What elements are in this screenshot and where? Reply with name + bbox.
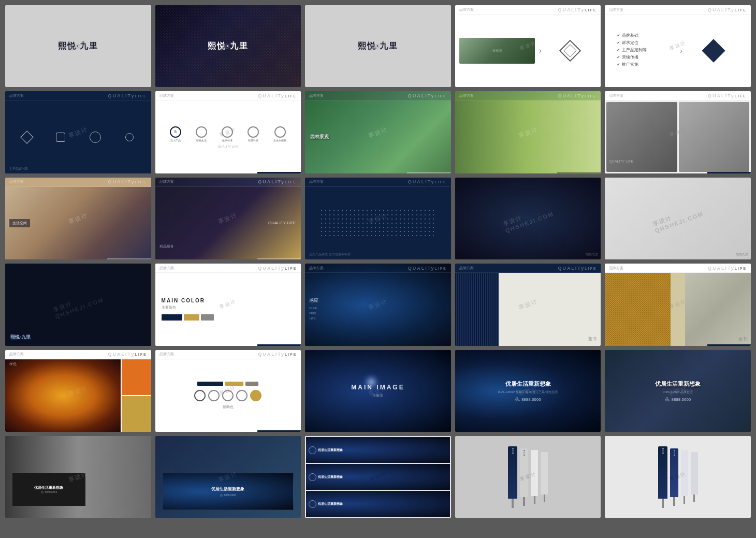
ql-header-21: QUALITyLIFE	[108, 352, 147, 357]
sign-text-30a: 8 6 6 6	[662, 448, 664, 454]
card-garden[interactable]: 品牌方案 QUALITyLIFE 园林景观 享设计	[305, 91, 451, 173]
card-multi-banner[interactable]: 优居生活重新想象 优居生活重新想象 优居生活重新想象 享设计	[305, 436, 451, 518]
card-billboard-color[interactable]: 优居生活重新想象 品. 8888.6666 享设计	[155, 436, 301, 518]
sign-text-29a: 8 6 6 6	[512, 448, 514, 454]
card-strategy-1[interactable]: 品牌方案 QUALITyLIFE 俯视图 › 享设计	[455, 5, 601, 87]
label-10: QUALITY LIFE	[609, 159, 633, 163]
ql-header-5: QUALITyLIFE	[708, 7, 747, 12]
card-header-11: 品牌方案 QUALITyLIFE	[5, 178, 151, 187]
card-headline-building[interactable]: 优居生活重新想象 0.95~135m² 品质社区 品. 8888.6666 享设…	[605, 350, 751, 432]
brand-small-7: 品牌方案	[159, 93, 174, 98]
icon-prod-3	[222, 126, 233, 138]
swatch-gray	[201, 314, 214, 321]
brand-small-20: 品牌方案	[609, 266, 623, 271]
card-header-13: 品牌方案 QUALITyLIFE	[305, 178, 451, 187]
banner-text-28b: 优居生活重新想象	[318, 475, 343, 479]
brand-small-8: 品牌方案	[309, 93, 324, 98]
bottom-bar-8	[407, 172, 450, 173]
bottom-bar-10	[707, 172, 751, 173]
ql-header-11: QUALITyLIFE	[108, 179, 147, 184]
ql-header-20: QUALITyLIFE	[708, 266, 747, 271]
brand-corner-15: 熙悦九里	[736, 252, 748, 257]
card-logo-gray-2[interactable]: 享设计 熙悦·九里	[305, 5, 451, 87]
card-brochure-1[interactable]: 享设计QHSHEJI.COM 熙悦·九里	[5, 264, 151, 345]
logo-text-1: 熙悦·九里	[58, 41, 98, 52]
bottom-bar-17	[257, 344, 301, 346]
billboard-text-27: 优居生活重新想象	[211, 486, 244, 492]
icon-circle-2	[125, 133, 134, 141]
label-22: 辅助色	[223, 404, 234, 410]
card-header-10: 品牌方案 QUALITyLIFE	[605, 91, 751, 100]
card-main-color[interactable]: 品牌方案 QUALITyLIFE MAIN COLOR 主要颜色 享设计	[155, 264, 301, 345]
card-billboard-bw[interactable]: 优居生活重新想象 品. 8888.6666 享设计	[5, 436, 151, 518]
card-signage-color[interactable]: 8 6 6 6 8 6 6 6 享设计	[605, 436, 751, 518]
card-grid: 享设计 熙悦·九里 享设计 熙悦·九里 享设计 熙悦·九里 品牌方案 QUALI…	[5, 5, 751, 518]
sign-text-29b: 8 6 6 6	[523, 450, 525, 456]
card-dark-product-1[interactable]: 享设计QHSHEJI.COM 熙悦九里	[455, 178, 601, 259]
card-macro-blue[interactable]: 品牌方案 QUALITyLIFE 感应 BLUEFEELLIFE 享设计	[305, 264, 451, 345]
ql-header-7: QUALITyLIFE	[258, 93, 297, 98]
icon-prod-2	[196, 126, 207, 138]
brand-small-10: 品牌方案	[609, 93, 623, 98]
card-signage-bw[interactable]: 8 6 6 6 8 6 6 6 享设计	[455, 436, 601, 518]
card-logo-dark[interactable]: 享设计 熙悦·九里	[155, 5, 301, 87]
watermark-14: 享设计QHSHEJI.COM	[501, 203, 554, 234]
strategy-list: 品牌基础 诉求定位 主产品定制等 营销传播 推广实施	[609, 33, 674, 67]
icon-diamond-1	[21, 130, 34, 143]
card-header-7: 品牌方案 QUALITyLIFE	[155, 91, 301, 100]
bottom-bar-20	[707, 344, 751, 346]
card-main-image[interactable]: MAIN IMAGE 形象图 享设计	[305, 350, 451, 432]
card-light-product[interactable]: 享设计QHSHEJI.COM 熙悦九里	[605, 178, 751, 259]
card-devices[interactable]: 品牌方案 QUALITyLIFE QUALITY LIFE 享设计	[605, 91, 751, 173]
card-header-17: 品牌方案 QUALITyLIFE	[155, 264, 301, 273]
label-prod-1: 五大产品	[170, 139, 181, 142]
circle-palette-5	[250, 390, 261, 401]
card-strategy-2[interactable]: 品牌方案 QUALITyLIFE 品牌基础 诉求定位 主产品定制等 营销传播 推…	[605, 5, 751, 87]
icon-prod-4	[248, 126, 259, 138]
subtitle-7: QUALITY LIFE	[217, 145, 238, 148]
label-20: 金书	[738, 336, 747, 342]
card-header-5: 品牌方案 QUALITyLIFE	[605, 5, 751, 14]
bottom-bar-9	[557, 172, 601, 173]
card-header-8: 品牌方案 QUALITyLIFE	[305, 91, 451, 100]
card-orange-swirl[interactable]: 品牌方案 QUALITyLIFE 样色 享设计	[5, 350, 151, 432]
phone-27: 品. 8888.6666	[211, 493, 244, 497]
card-headline-blue[interactable]: 优居生活重新想象 0.95~135m² 星际宇宙 地道江三系 领先生活 品. 8…	[455, 350, 601, 432]
main-image-cn: 形象图	[351, 393, 404, 398]
ql-header-4: QUALITyLIFE	[558, 7, 597, 12]
label-11: 生活空间	[12, 221, 27, 226]
card-field[interactable]: 品牌方案 QUALITyLIFE 享设计	[455, 91, 601, 173]
brand-small-9: 品牌方案	[459, 93, 474, 98]
card-header-20: 品牌方案 QUALITyLIFE	[605, 264, 751, 273]
card-blue-fabric[interactable]: 品牌方案 QUALITyLIFE 蓝书 享设计	[455, 264, 601, 345]
ql-header-9: QUALITyLIFE	[558, 93, 597, 98]
ql-header-12: QUALITyLIFE	[258, 179, 297, 184]
card-gold-fabric[interactable]: 品牌方案 QUALITyLIFE 金书 享设计	[605, 264, 751, 345]
brand-small-22: 品牌方案	[159, 352, 174, 357]
card-palette[interactable]: 品牌方案 QUALITyLIFE 辅助色 享设计	[155, 350, 301, 432]
swatch-dark-blue	[162, 314, 182, 321]
card-icons-light[interactable]: 品牌方案 QUALITyLIFE 5 五大产品 绿色生活 健康标准	[155, 91, 301, 173]
card-interior[interactable]: 品牌方案 QUALITyLIFE 生活空间 享设计	[5, 178, 151, 259]
bottom-bar-12	[257, 258, 301, 259]
card-icons-dark[interactable]: 品牌方案 QUALITyLIFE 主产品证书等 享设计	[5, 91, 151, 173]
label-prod-2: 绿色生活	[196, 139, 207, 142]
ql-header-22: QUALITyLIFE	[258, 352, 297, 357]
brand-small-13: 品牌方案	[309, 179, 324, 184]
label-19: 蓝书	[588, 336, 597, 342]
banner-text-28c: 优居生活重新想象	[318, 502, 343, 506]
swatch-gold	[184, 314, 199, 321]
card-suit[interactable]: 品牌方案 QUALITyLIFE QUALITY LIFE 精品服务 享设计	[155, 178, 301, 259]
headline-cn-25: 优居生活重新想象	[616, 380, 740, 387]
card-logo-gray-1[interactable]: 享设计 熙悦·九里	[5, 5, 151, 87]
logo-text-3: 熙悦·九里	[358, 41, 398, 52]
ql-header-13: QUALITyLIFE	[408, 179, 447, 184]
banner-text-28a: 优居生活重新想象	[318, 448, 343, 453]
card-pattern-blue[interactable]: 品牌方案 QUALITyLIFE 五大产品系统 全方位服务标准 享设计	[305, 178, 451, 259]
ql-header-8: QUALITyLIFE	[408, 93, 447, 98]
palette-dark-blue	[197, 382, 223, 386]
ql-text-12: QUALITY LIFE	[268, 221, 296, 225]
card-header-21: 品牌方案 QUALITyLIFE	[5, 350, 151, 359]
brand-small-5: 品牌方案	[609, 7, 623, 12]
brand-small-21: 品牌方案	[9, 352, 24, 357]
